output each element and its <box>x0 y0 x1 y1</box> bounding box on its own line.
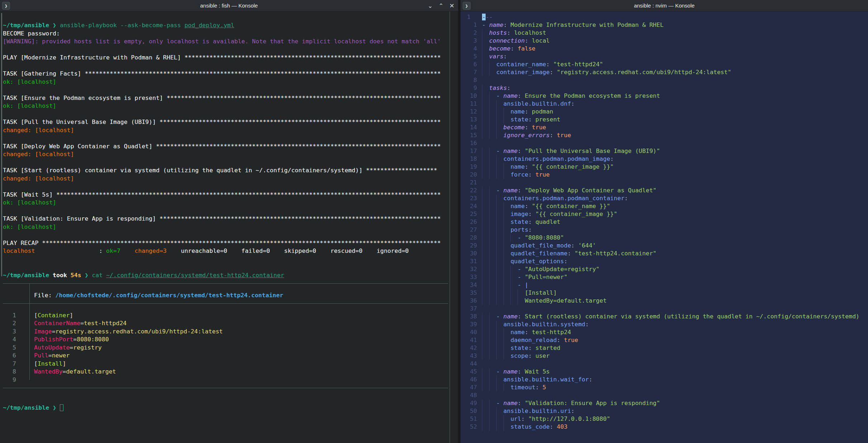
gutter-line-number: 43 <box>461 352 477 360</box>
titlebar[interactable]: ❯ ansible : nvim — Konsole <box>461 0 868 11</box>
scrollbar-track <box>449 11 450 443</box>
maximize-button[interactable]: ⌃ <box>439 3 444 9</box>
indent-guide <box>489 92 496 100</box>
gutter-line-number: 26 <box>461 218 477 226</box>
text-segment: ****************************************… <box>159 119 441 125</box>
text-segment: ❯ <box>53 404 56 411</box>
buffer-line: 22- name: "Deploy Web App Container as Q… <box>461 187 868 194</box>
text-segment: ok: [localhost] <box>3 78 56 85</box>
text-segment: Ensure the Podman ecosystem is present <box>525 92 660 99</box>
nvim-cursor: - <box>482 14 486 20</box>
buffer-line: 1- name: Modernize Infrastructure with P… <box>461 21 868 29</box>
text-segment: = <box>48 352 52 359</box>
bat-file-line: 3Image=registry.access.redhat.com/ubi9/h… <box>3 328 458 336</box>
bat-grid-rule <box>3 283 458 292</box>
text-segment: Container <box>38 312 70 319</box>
nvim-buffer[interactable]: 1---1- name: Modernize Infrastructure wi… <box>461 11 868 443</box>
indent-guide <box>496 218 504 226</box>
gutter-line-number: 5 <box>461 53 477 61</box>
indent-guide <box>496 242 504 250</box>
text-segment: : <box>518 187 525 194</box>
text-segment: : <box>504 21 511 28</box>
indent-guide <box>496 116 504 124</box>
text-segment: = <box>73 336 77 343</box>
indent-guide <box>482 194 489 202</box>
text-segment: false <box>518 45 535 52</box>
minimize-button[interactable]: ⌄ <box>428 3 433 9</box>
indent-guide <box>489 407 496 415</box>
indent-guide <box>482 242 489 250</box>
indent-guide <box>482 187 489 194</box>
titlebar[interactable]: ❯ ansible : fish — Konsole ⌄ ⌃ ✕ <box>0 0 458 11</box>
indent-guide <box>496 328 504 336</box>
text-segment: name <box>504 313 518 320</box>
indent-guide <box>489 281 496 289</box>
indent-guide <box>504 234 511 242</box>
text-segment: : <box>571 100 574 107</box>
terminal-line: changed: [localhost] <box>3 150 458 159</box>
terminal-line <box>3 255 458 264</box>
buffer-line: 41daemon_reload: true <box>461 336 868 344</box>
text-segment: : <box>528 116 535 123</box>
indent-guide <box>482 376 489 384</box>
indent-guide <box>496 265 504 273</box>
indent-guide <box>496 163 504 171</box>
indent-guide <box>504 336 511 344</box>
indent-guide <box>504 116 511 124</box>
gutter-line-number: 12 <box>461 108 477 116</box>
text-segment: : <box>518 92 525 99</box>
indent-guide <box>496 321 504 328</box>
text-segment: TASK [Start (rootless) container via sys… <box>3 167 366 174</box>
indent-guide <box>489 61 496 68</box>
indent-guide <box>504 423 511 431</box>
indent-guide <box>510 281 518 289</box>
indent-guide <box>504 171 511 179</box>
text-segment: '644' <box>578 242 596 249</box>
gutter-line-number: 52 <box>461 423 477 431</box>
text-segment: vars <box>489 53 504 60</box>
indent-guide <box>496 423 504 431</box>
gutter-line-number: 17 <box>461 147 477 155</box>
text-segment: PublishPort <box>34 336 73 343</box>
buffer-line: 21 <box>461 179 868 187</box>
indent-guide <box>482 68 489 76</box>
indent-guide <box>489 147 496 155</box>
terminal-line <box>3 263 458 271</box>
bat-file-line: 7[Install] <box>3 360 458 368</box>
indent-guide <box>482 218 489 226</box>
gutter-line-number: 48 <box>461 391 477 399</box>
text-segment: : <box>535 384 543 391</box>
terminal-line: BECOME password: <box>3 30 458 38</box>
buffer-line: 11ansible.builtin.dnf: <box>461 100 868 108</box>
text-segment: : <box>510 45 518 52</box>
text-segment: ****************************************… <box>159 215 441 222</box>
text-segment: name <box>504 148 518 154</box>
indent-guide <box>496 257 504 265</box>
indent-guide <box>504 415 511 423</box>
gutter-line-number: 6 <box>461 61 477 68</box>
terminal-line <box>3 110 458 119</box>
text-segment: TASK [Ensure the Podman ecosystem is pre… <box>3 95 167 101</box>
text-segment: ansible.builtin.dnf <box>504 100 571 107</box>
buffer-line: 32- "AutoUpdate=registry" <box>461 265 868 273</box>
terminal-output-fish[interactable]: ~/tmp/ansible ❯ ansible-playbook --ask-b… <box>0 11 458 443</box>
close-button[interactable]: ✕ <box>449 3 454 9</box>
text-segment: Pull <box>34 352 48 359</box>
indent-guide <box>482 415 489 423</box>
bat-file-line: 1[Container] <box>3 312 458 320</box>
terminal-line <box>3 159 458 167</box>
text-segment: : <box>518 368 525 375</box>
indent-guide <box>489 423 496 431</box>
buffer-line: 45- name: Wait 5s <box>461 368 868 376</box>
text-segment: : <box>546 61 553 68</box>
text-segment: unreachable=0 failed=0 skipped=0 rescued… <box>167 247 409 254</box>
indent-guide <box>489 352 496 360</box>
scrollbar[interactable] <box>1 13 2 276</box>
text-segment: ❯ <box>53 22 56 29</box>
text-segment: name <box>510 329 525 336</box>
text-segment: ansible.builtin.systemd <box>504 321 585 328</box>
text-segment: : <box>35 247 106 254</box>
indent-guide <box>504 163 511 171</box>
text-segment: name <box>504 92 518 99</box>
bat-file-line: 8WantedBy=default.target <box>3 368 458 376</box>
